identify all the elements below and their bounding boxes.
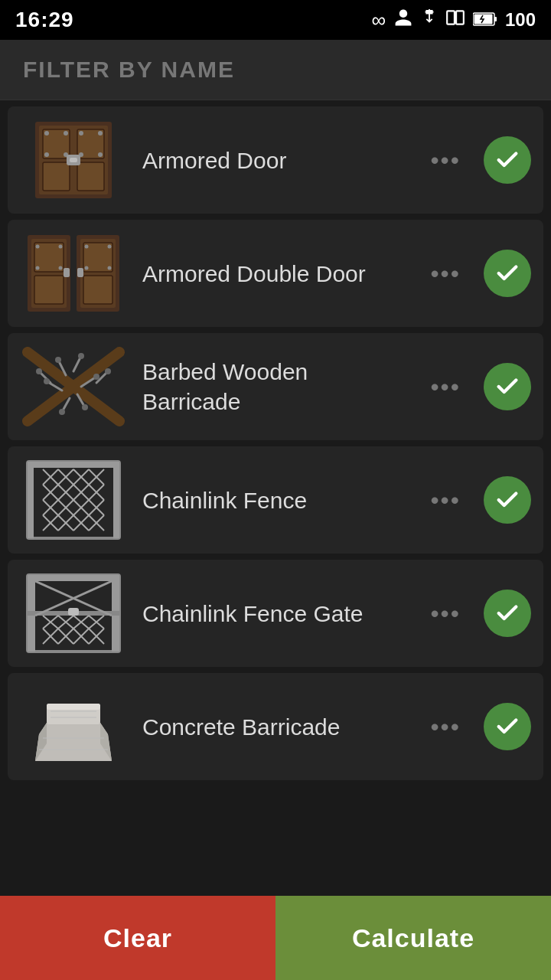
item-more-chainlink-fence[interactable]: ••• — [422, 479, 468, 522]
svg-rect-96 — [28, 575, 119, 581]
time-display: 16:29 — [15, 8, 74, 32]
items-list: Armored Door ••• — [0, 100, 551, 896]
battery-level: 100 — [505, 9, 536, 31]
item-check-barbed-wooden-barricade[interactable] — [484, 363, 531, 410]
svg-rect-60 — [113, 462, 119, 538]
person-icon — [393, 8, 413, 33]
svg-rect-20 — [70, 158, 77, 162]
list-item: Barbed Wooden Barricade ••• — [8, 333, 543, 440]
item-image-armored-door — [20, 114, 127, 206]
search-input[interactable] — [23, 57, 528, 83]
item-image-armored-double-door — [20, 227, 127, 319]
svg-point-11 — [44, 131, 49, 136]
item-image-barbed-wooden-barricade — [20, 341, 127, 433]
svg-point-31 — [36, 266, 40, 270]
svg-rect-9 — [43, 162, 70, 191]
calculate-button[interactable]: Calculate — [276, 896, 551, 980]
status-bar: 16:29 ∞ — [0, 0, 551, 40]
svg-point-49 — [55, 357, 61, 363]
status-icons: ∞ — [371, 8, 536, 33]
item-name-barbed-wooden-barricade: Barbed Wooden Barricade — [142, 357, 407, 416]
bottom-bar: Clear Calculate — [0, 896, 551, 980]
svg-point-33 — [85, 245, 89, 249]
search-bar — [0, 40, 551, 100]
item-name-chainlink-fence: Chainlink Fence — [142, 485, 407, 515]
item-image-concrete-barricade — [20, 681, 127, 773]
svg-point-13 — [44, 152, 49, 157]
svg-point-53 — [59, 409, 65, 415]
item-more-chainlink-fence-gate[interactable]: ••• — [422, 592, 468, 635]
item-more-barbed-wooden-barricade[interactable]: ••• — [422, 365, 468, 409]
svg-point-55 — [36, 368, 42, 374]
svg-point-15 — [79, 131, 83, 136]
item-name-chainlink-fence-gate: Chainlink Fence Gate — [142, 599, 407, 629]
item-more-concrete-barricade[interactable]: ••• — [422, 705, 468, 749]
svg-rect-26 — [34, 276, 64, 304]
item-check-armored-double-door[interactable] — [484, 250, 531, 297]
svg-rect-58 — [28, 462, 119, 468]
item-check-armored-door[interactable] — [484, 136, 531, 184]
svg-rect-37 — [64, 268, 70, 277]
svg-rect-28 — [83, 276, 112, 304]
svg-point-50 — [78, 353, 84, 359]
svg-point-18 — [98, 152, 103, 157]
svg-point-51 — [93, 374, 99, 380]
item-name-armored-double-door: Armored Double Door — [142, 259, 407, 289]
svg-point-32 — [59, 266, 63, 270]
svg-rect-10 — [77, 162, 104, 191]
list-item: Armored Door ••• — [8, 106, 543, 214]
item-name-armored-door: Armored Door — [142, 145, 407, 175]
battery-icon — [473, 8, 497, 32]
svg-rect-0 — [447, 11, 455, 24]
svg-rect-38 — [77, 268, 83, 277]
item-check-concrete-barricade[interactable] — [484, 703, 531, 750]
item-image-chainlink-fence-gate — [20, 567, 127, 659]
svg-point-34 — [108, 245, 112, 249]
item-check-chainlink-fence[interactable] — [484, 476, 531, 524]
list-item: Concrete Barricade ••• — [8, 673, 543, 780]
item-check-chainlink-fence-gate[interactable] — [484, 590, 531, 637]
svg-point-54 — [82, 404, 88, 410]
svg-point-36 — [108, 266, 112, 270]
item-name-concrete-barricade: Concrete Barricade — [142, 712, 407, 742]
list-item: Chainlink Fence Gate ••• — [8, 560, 543, 667]
svg-point-35 — [85, 266, 89, 270]
svg-point-30 — [59, 245, 63, 249]
item-image-chainlink-fence — [20, 454, 127, 546]
svg-point-12 — [64, 131, 68, 136]
svg-rect-3 — [494, 17, 497, 21]
list-item: Armored Double Door ••• — [8, 220, 543, 327]
usb-icon — [421, 8, 438, 33]
svg-rect-121 — [47, 704, 100, 710]
sim-icon — [445, 8, 465, 33]
svg-point-16 — [98, 131, 103, 136]
item-more-armored-double-door[interactable]: ••• — [422, 252, 468, 296]
svg-rect-116 — [68, 608, 79, 616]
svg-point-52 — [44, 378, 50, 384]
infinity-icon: ∞ — [371, 8, 386, 32]
clear-button[interactable]: Clear — [0, 896, 276, 980]
item-more-armored-door[interactable]: ••• — [422, 139, 468, 182]
svg-rect-1 — [456, 11, 464, 24]
svg-point-29 — [36, 245, 40, 249]
svg-point-56 — [105, 368, 111, 374]
svg-rect-59 — [28, 462, 34, 538]
list-item: Chainlink Fence ••• — [8, 446, 543, 554]
